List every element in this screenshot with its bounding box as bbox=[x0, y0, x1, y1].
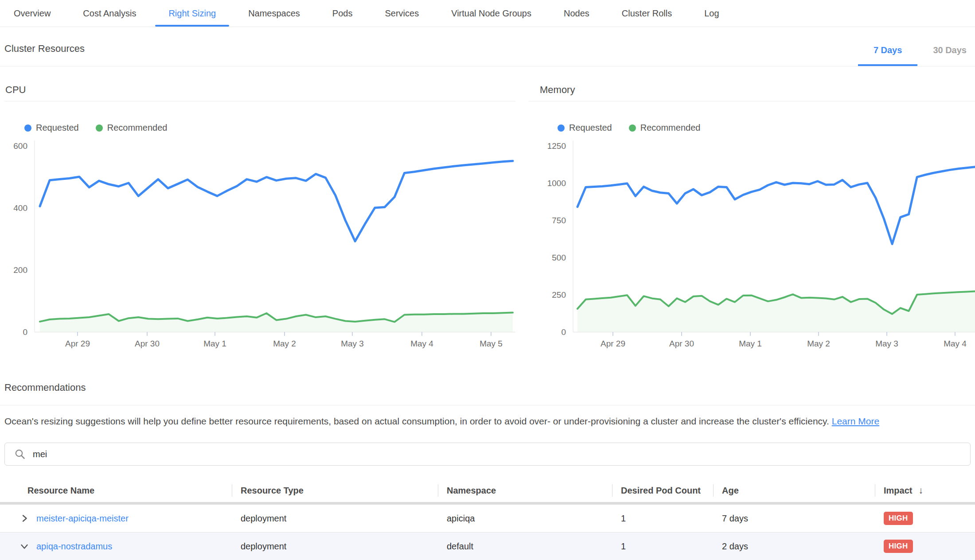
cpu-chart: 0200400600Apr 29Apr 30May 1May 2May 3May… bbox=[4, 139, 515, 351]
column-divider bbox=[612, 484, 612, 497]
table-body: meister-apiciqa-meisterdeploymentapiciqa… bbox=[0, 505, 975, 560]
column-header-label: Resource Name bbox=[27, 486, 94, 496]
tab-right-sizing[interactable]: Right Sizing bbox=[168, 0, 216, 27]
tab-log[interactable]: Log bbox=[704, 0, 719, 27]
tab-services[interactable]: Services bbox=[385, 0, 419, 27]
svg-text:May 4: May 4 bbox=[944, 339, 967, 348]
cell-namespace: default bbox=[438, 541, 612, 552]
memory-chart-title: Memory bbox=[529, 74, 975, 101]
chevron-right-icon[interactable] bbox=[20, 513, 29, 523]
top-nav: OverviewCost AnalysisRight SizingNamespa… bbox=[0, 0, 975, 27]
legend-dot-icon bbox=[96, 124, 103, 132]
legend-item-requested[interactable]: Requested bbox=[24, 123, 79, 133]
svg-text:0: 0 bbox=[561, 327, 566, 337]
column-header-age[interactable]: Age bbox=[713, 479, 875, 502]
legend-item-recommended[interactable]: Recommended bbox=[629, 123, 701, 133]
cell-desired-pod-count: 1 bbox=[612, 541, 713, 552]
cluster-resources-title: Cluster Resources bbox=[4, 43, 85, 66]
impact-badge: HIGH bbox=[884, 512, 913, 525]
tab-cluster-rolls[interactable]: Cluster Rolls bbox=[622, 0, 672, 27]
recommendations-title: Recommendations bbox=[4, 382, 975, 393]
legend-label: Recommended bbox=[640, 123, 701, 133]
resource-name-link[interactable]: meister-apiciqa-meister bbox=[36, 513, 129, 524]
period-30-days[interactable]: 30 Days bbox=[917, 45, 975, 66]
column-header-namespace[interactable]: Namespace bbox=[438, 479, 612, 502]
cpu-chart-panel: CPU RequestedRecommended 0200400600Apr 2… bbox=[4, 74, 515, 351]
column-header-resource-type[interactable]: Resource Type bbox=[232, 479, 438, 502]
column-divider bbox=[232, 484, 232, 497]
memory-chart-panel: Memory RequestedRecommended 025050075010… bbox=[529, 74, 975, 351]
tab-nodes[interactable]: Nodes bbox=[564, 0, 589, 27]
svg-text:Apr 30: Apr 30 bbox=[135, 339, 160, 348]
svg-text:1000: 1000 bbox=[547, 179, 566, 188]
legend-label: Requested bbox=[36, 123, 79, 133]
svg-text:200: 200 bbox=[13, 265, 27, 275]
svg-text:Apr 29: Apr 29 bbox=[601, 339, 625, 348]
search-input[interactable] bbox=[33, 449, 961, 459]
tab-namespaces[interactable]: Namespaces bbox=[248, 0, 300, 27]
legend-item-recommended[interactable]: Recommended bbox=[96, 123, 168, 133]
svg-text:0: 0 bbox=[23, 327, 27, 337]
cell-impact: HIGH bbox=[875, 540, 975, 553]
legend-dot-icon bbox=[24, 124, 31, 132]
svg-text:May 1: May 1 bbox=[203, 339, 226, 348]
tab-pods[interactable]: Pods bbox=[332, 0, 353, 27]
svg-text:May 4: May 4 bbox=[410, 339, 433, 348]
sort-desc-arrow-icon: ↓ bbox=[918, 485, 923, 496]
tab-virtual-node-groups[interactable]: Virtual Node Groups bbox=[451, 0, 531, 27]
svg-text:May 5: May 5 bbox=[480, 339, 503, 348]
column-header-label: Resource Type bbox=[241, 486, 304, 496]
svg-text:Apr 29: Apr 29 bbox=[65, 339, 90, 348]
svg-text:May 3: May 3 bbox=[341, 339, 364, 348]
impact-badge: HIGH bbox=[884, 540, 913, 553]
recommendations-description-text: Ocean's resizing suggestions will help y… bbox=[4, 416, 832, 426]
svg-text:250: 250 bbox=[552, 290, 566, 299]
svg-text:500: 500 bbox=[552, 253, 566, 262]
table-row-apiqa-nostradamus[interactable]: apiqa-nostradamusdeploymentdefault12 day… bbox=[0, 533, 975, 560]
column-header-label: Impact bbox=[884, 486, 912, 496]
svg-text:600: 600 bbox=[13, 141, 27, 151]
tab-overview[interactable]: Overview bbox=[14, 0, 51, 27]
cpu-chart-title: CPU bbox=[4, 74, 515, 101]
search-icon bbox=[15, 449, 26, 460]
table-row-meister-apiciqa-meister[interactable]: meister-apiciqa-meisterdeploymentapiciqa… bbox=[0, 505, 975, 533]
recommendations-header: Recommendations bbox=[0, 351, 975, 405]
cell-resource-type: deployment bbox=[232, 541, 438, 552]
svg-text:400: 400 bbox=[13, 203, 27, 213]
cell-desired-pod-count: 1 bbox=[612, 513, 713, 524]
cell-namespace: apiciqa bbox=[438, 513, 612, 524]
cell-age: 7 days bbox=[713, 513, 875, 524]
column-divider bbox=[713, 484, 714, 497]
cell-resource-name: apiqa-nostradamus bbox=[0, 541, 232, 552]
period-7-days[interactable]: 7 Days bbox=[858, 45, 918, 66]
svg-text:Apr 30: Apr 30 bbox=[669, 339, 694, 348]
recommendations-table: Resource NameResource TypeNamespaceDesir… bbox=[0, 479, 975, 560]
column-header-impact[interactable]: Impact↓ bbox=[875, 479, 975, 502]
column-header-label: Age bbox=[722, 486, 739, 496]
cell-impact: HIGH bbox=[875, 512, 975, 525]
charts-row: CPU RequestedRecommended 0200400600Apr 2… bbox=[0, 74, 975, 351]
cluster-resources-header: Cluster Resources 7 Days30 Days bbox=[0, 27, 975, 66]
period-toggle: 7 Days30 Days bbox=[858, 45, 975, 66]
legend-label: Recommended bbox=[107, 123, 168, 133]
cell-resource-name: meister-apiciqa-meister bbox=[0, 513, 232, 524]
memory-chart: 025050075010001250Apr 29Apr 30May 1May 2… bbox=[529, 139, 975, 351]
svg-text:May 3: May 3 bbox=[875, 339, 898, 348]
chevron-down-icon[interactable] bbox=[20, 541, 29, 551]
column-header-desired-pod-count[interactable]: Desired Pod Count bbox=[612, 479, 713, 502]
legend-item-requested[interactable]: Requested bbox=[558, 123, 612, 133]
table-header-row: Resource NameResource TypeNamespaceDesir… bbox=[0, 479, 975, 505]
cell-age: 2 days bbox=[713, 541, 875, 552]
column-header-resource-name[interactable]: Resource Name bbox=[0, 479, 232, 502]
cell-resource-type: deployment bbox=[232, 513, 438, 524]
resource-name-link[interactable]: apiqa-nostradamus bbox=[36, 541, 112, 552]
column-header-label: Namespace bbox=[447, 486, 496, 496]
legend-label: Requested bbox=[569, 123, 612, 133]
memory-chart-legend: RequestedRecommended bbox=[558, 123, 975, 133]
tab-cost-analysis[interactable]: Cost Analysis bbox=[83, 0, 136, 27]
legend-dot-icon bbox=[629, 124, 636, 132]
svg-text:750: 750 bbox=[552, 216, 566, 225]
cpu-chart-legend: RequestedRecommended bbox=[24, 123, 515, 133]
legend-dot-icon bbox=[558, 124, 565, 132]
learn-more-link[interactable]: Learn More bbox=[832, 416, 879, 426]
